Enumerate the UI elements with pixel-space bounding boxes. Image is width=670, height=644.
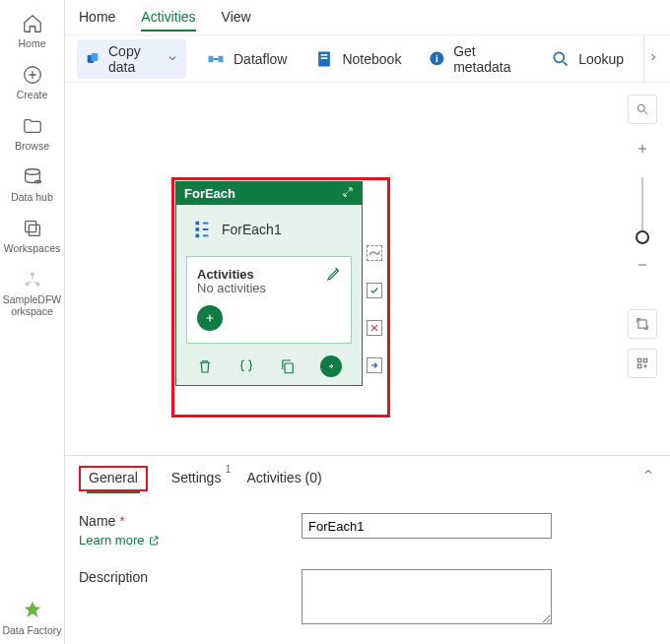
copy-data-button[interactable]: Copy data bbox=[77, 39, 186, 79]
pipeline-canvas[interactable]: ForEach ForEach1 Activities No activitie… bbox=[65, 83, 670, 455]
notebook-button[interactable]: Notebook bbox=[306, 45, 409, 73]
svg-rect-24 bbox=[637, 358, 641, 362]
port-success[interactable] bbox=[367, 283, 382, 298]
tab-home[interactable]: Home bbox=[79, 3, 115, 32]
getmetadata-label: Get metadata bbox=[453, 43, 523, 75]
activity-header[interactable]: ForEach bbox=[176, 182, 362, 205]
svg-rect-19 bbox=[196, 227, 200, 231]
tab-general[interactable]: General bbox=[87, 466, 140, 493]
rail-sample-workspace[interactable]: SampleDFW orkspace bbox=[0, 262, 64, 325]
search-canvas-button[interactable] bbox=[628, 95, 657, 124]
rail-datahub[interactable]: Data hub bbox=[0, 160, 64, 211]
zoom-thumb[interactable] bbox=[636, 230, 649, 244]
required-asterisk: * bbox=[119, 513, 124, 529]
svg-point-17 bbox=[555, 52, 565, 62]
activity-foreach[interactable]: ForEach ForEach1 Activities No activitie… bbox=[175, 181, 363, 386]
braces-icon[interactable] bbox=[237, 357, 255, 375]
svg-rect-13 bbox=[321, 54, 328, 56]
canvas-controls bbox=[625, 95, 660, 378]
folder-icon bbox=[21, 114, 44, 138]
tab-settings[interactable]: Settings 1 bbox=[169, 466, 224, 491]
trash-icon[interactable] bbox=[196, 357, 214, 375]
output-ports bbox=[367, 245, 386, 373]
tab-general-highlight: General bbox=[79, 466, 148, 491]
svg-rect-4 bbox=[29, 225, 39, 235]
run-icon[interactable] bbox=[320, 355, 342, 377]
svg-rect-10 bbox=[208, 55, 213, 62]
svg-rect-23 bbox=[638, 320, 646, 328]
svg-rect-11 bbox=[218, 55, 223, 62]
rail-workspaces[interactable]: Workspaces bbox=[0, 211, 64, 262]
activities-toolbar: Copy data Dataflow Notebook i Get metada… bbox=[65, 35, 670, 83]
name-label: Name * bbox=[79, 513, 302, 529]
copy-data-label: Copy data bbox=[108, 43, 159, 75]
svg-point-5 bbox=[30, 272, 34, 276]
data-factory-icon bbox=[20, 597, 45, 622]
svg-rect-26 bbox=[637, 364, 641, 368]
inner-title: Activities bbox=[197, 267, 341, 282]
external-link-icon bbox=[148, 535, 160, 547]
rail-datafactory[interactable]: Data Factory bbox=[0, 591, 64, 644]
svg-rect-18 bbox=[196, 222, 200, 225]
tab-activities[interactable]: Activities bbox=[141, 3, 195, 32]
dataflow-label: Dataflow bbox=[234, 51, 287, 67]
inner-subtitle: No activities bbox=[197, 281, 341, 295]
dataflow-icon bbox=[206, 49, 226, 69]
properties-panel: General Settings 1 Activities (0) Name *… bbox=[65, 455, 670, 644]
port-completion[interactable] bbox=[367, 357, 382, 373]
collapse-panel-icon[interactable] bbox=[642, 466, 654, 481]
copy-data-icon bbox=[85, 49, 100, 69]
activity-name: ForEach1 bbox=[222, 222, 282, 237]
name-input[interactable] bbox=[302, 513, 552, 539]
zoom-in-button[interactable] bbox=[628, 134, 657, 163]
inner-activities-box[interactable]: Activities No activities bbox=[186, 256, 352, 344]
rail-label: Data hub bbox=[11, 191, 53, 203]
lookup-button[interactable]: Lookup bbox=[543, 45, 632, 73]
fit-screen-button[interactable] bbox=[628, 309, 657, 339]
rail-label: Home bbox=[18, 37, 45, 49]
lookup-icon bbox=[551, 49, 570, 69]
foreach-icon bbox=[190, 219, 212, 240]
notebook-label: Notebook bbox=[342, 51, 401, 67]
plus-circle-icon bbox=[21, 63, 44, 87]
copy-icon[interactable] bbox=[279, 357, 297, 375]
zoom-out-button[interactable] bbox=[628, 250, 657, 280]
add-activity-button[interactable] bbox=[197, 305, 223, 331]
svg-point-22 bbox=[637, 104, 644, 111]
rail-home[interactable]: Home bbox=[0, 6, 64, 57]
activity-footer bbox=[176, 350, 362, 385]
properties-tabs: General Settings 1 Activities (0) bbox=[79, 456, 656, 491]
rail-browse[interactable]: Browse bbox=[0, 108, 64, 160]
rail-label: Browse bbox=[15, 140, 49, 152]
database-icon bbox=[21, 165, 44, 189]
home-icon bbox=[21, 12, 44, 35]
pencil-icon[interactable] bbox=[325, 265, 343, 283]
main: Home Activities View Copy data Dataflow … bbox=[65, 0, 670, 644]
description-input[interactable] bbox=[302, 569, 552, 624]
lookup-label: Lookup bbox=[578, 51, 624, 67]
rail-label: Workspaces bbox=[4, 242, 61, 254]
svg-text:i: i bbox=[436, 53, 438, 64]
chevron-right-icon bbox=[647, 51, 659, 66]
svg-rect-20 bbox=[196, 234, 200, 238]
toolbar-scroll-right[interactable] bbox=[643, 36, 662, 82]
chevron-down-icon bbox=[167, 51, 178, 67]
tab-activities[interactable]: Activities (0) bbox=[244, 466, 323, 491]
zoom-slider[interactable] bbox=[641, 177, 643, 236]
left-rail: Home Create Browse Data hub Workspaces S… bbox=[0, 0, 65, 644]
learn-more-link[interactable]: Learn more bbox=[79, 533, 160, 547]
rail-label: SampleDFW orkspace bbox=[3, 293, 62, 317]
dataflow-button[interactable]: Dataflow bbox=[198, 45, 295, 73]
svg-rect-21 bbox=[285, 363, 293, 373]
port-fail[interactable] bbox=[367, 320, 382, 336]
workspaces-icon bbox=[21, 217, 44, 240]
top-tabs: Home Activities View bbox=[65, 0, 670, 35]
workspace-node-icon bbox=[21, 268, 44, 291]
tab-view[interactable]: View bbox=[222, 3, 251, 32]
rail-create[interactable]: Create bbox=[0, 57, 64, 108]
svg-rect-9 bbox=[92, 52, 99, 60]
auto-align-button[interactable] bbox=[628, 349, 657, 378]
expand-icon[interactable] bbox=[342, 186, 354, 201]
port-skip[interactable] bbox=[367, 245, 382, 261]
getmetadata-button[interactable]: i Get metadata bbox=[421, 39, 531, 79]
